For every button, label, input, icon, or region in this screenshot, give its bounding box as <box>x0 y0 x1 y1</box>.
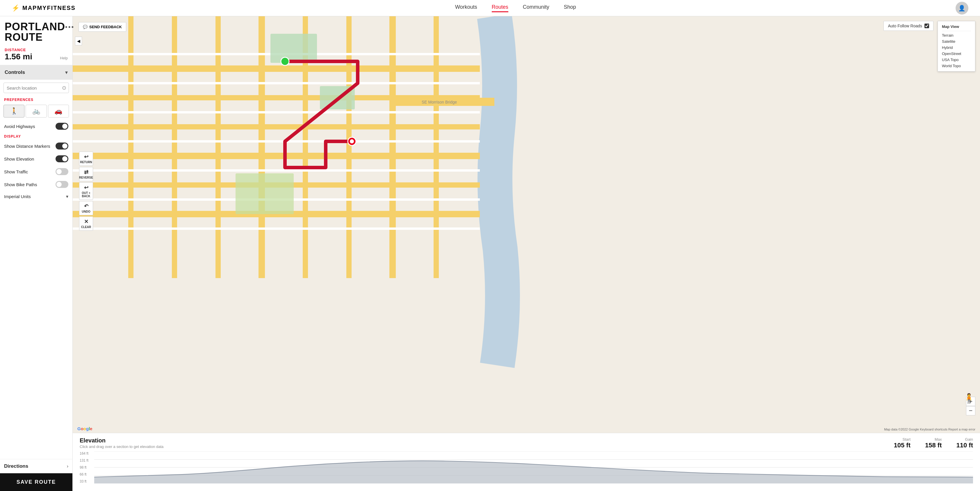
map-option-worldtopo[interactable]: World Topo <box>942 63 971 69</box>
elevation-stats: Start 105 ft Max 158 ft Gain 110 ft <box>894 437 973 449</box>
elevation-gain-value: 110 ft <box>956 442 973 449</box>
directions-row[interactable]: Directions › <box>0 459 72 473</box>
show-traffic-label: Show Traffic <box>4 169 28 174</box>
reverse-icon: ⇄ <box>84 169 88 175</box>
directions-label: Directions <box>4 463 28 469</box>
show-elevation-row: Show Elevation <box>0 152 72 165</box>
undo-label: UNDO <box>82 210 90 213</box>
map-background[interactable]: SE Morrison Bridge <box>73 16 980 433</box>
google-logo: Google <box>77 426 92 431</box>
bike-icon: 🚲 <box>32 107 40 115</box>
send-feedback-button[interactable]: 💬 SEND FEEDBACK <box>78 22 126 32</box>
nav-shop[interactable]: Shop <box>564 4 576 12</box>
out-back-label: OUT + BACK <box>81 191 92 198</box>
out-back-button[interactable]: ↩ OUT + BACK <box>79 182 93 200</box>
map-option-hybrid[interactable]: Hybrid <box>942 45 971 51</box>
clear-icon: ✕ <box>84 218 88 225</box>
map-container: SE Morrison Bridge 💬 SEND FEEDBACK ◀ ↩ R… <box>73 16 980 433</box>
svg-point-25 <box>281 57 289 65</box>
y-label-33: 33 ft <box>80 479 88 483</box>
elevation-chart[interactable]: 164 ft 131 ft 98 ft 66 ft 33 ft <box>80 451 973 483</box>
svg-text:SE Morrison Bridge: SE Morrison Bridge <box>422 100 457 104</box>
elevation-start-label: Start <box>894 437 910 442</box>
auto-follow-checkbox[interactable] <box>924 24 929 28</box>
show-elevation-toggle[interactable] <box>56 155 68 162</box>
help-link[interactable]: Help <box>60 56 68 60</box>
location-icon-button[interactable]: ⊙ <box>62 84 66 91</box>
logo-icon: ⚡ <box>12 4 19 12</box>
auto-follow-area: Auto Follow Roads <box>883 21 934 31</box>
zoom-out-button[interactable]: − <box>966 406 975 415</box>
nav-logo: ⚡ MAPMYFITNESS <box>12 4 76 12</box>
map-svg: SE Morrison Bridge <box>73 16 980 433</box>
map-collapse-button[interactable]: ◀ <box>75 37 82 45</box>
map-attribution-text: Map data ©2022 Google Keyboard shortcuts… <box>884 427 975 431</box>
reverse-button[interactable]: ⇄ REVERSE <box>79 167 93 181</box>
search-row: ⊙ <box>0 80 72 96</box>
show-distance-markers-toggle[interactable] <box>56 142 68 150</box>
return-button[interactable]: ↩ RETURN <box>79 151 93 166</box>
elevation-start-stat: Start 105 ft <box>894 437 910 449</box>
nav-routes[interactable]: Routes <box>492 4 508 12</box>
controls-section: Controls ▾ <box>0 65 72 80</box>
elevation-start-value: 105 ft <box>894 442 910 449</box>
distance-value: 1.56 mi <box>5 52 32 61</box>
controls-header[interactable]: Controls ▾ <box>0 65 72 80</box>
elevation-gain-label: Gain <box>956 437 973 442</box>
map-option-openstreet[interactable]: OpenStreet <box>942 51 971 57</box>
distance-label: DISTANCE <box>5 48 68 52</box>
elevation-y-axis: 164 ft 131 ft 98 ft 66 ft 33 ft <box>80 451 88 483</box>
imperial-units-row[interactable]: Imperial Units ▾ <box>0 191 72 202</box>
svg-point-27 <box>350 139 354 143</box>
map-option-mapview[interactable]: Map View <box>942 24 971 30</box>
clear-label: CLEAR <box>81 225 91 229</box>
nav-community[interactable]: Community <box>523 4 549 12</box>
elevation-max-label: Max <box>925 437 942 442</box>
elevation-info: Elevation Click and drag over a section … <box>80 437 164 449</box>
elevation-title: Elevation <box>80 437 164 444</box>
feedback-icon: 💬 <box>83 25 88 29</box>
route-title: PORTLAND ROUTE <box>5 22 65 43</box>
user-avatar[interactable]: 👤 <box>956 2 968 14</box>
avoid-highways-toggle[interactable] <box>56 123 68 130</box>
return-label: RETURN <box>80 161 92 164</box>
street-view-button[interactable]: 🧍 <box>963 393 975 404</box>
save-route-button[interactable]: SAVE ROUTE <box>0 473 72 491</box>
preferences-label: PREFERENCES <box>0 96 72 103</box>
show-distance-markers-slider <box>56 142 68 150</box>
map-option-usatopo[interactable]: USA Topo <box>942 57 971 63</box>
elevation-max-stat: Max 158 ft <box>925 437 942 449</box>
logo-text: MAPMYFITNESS <box>22 5 76 11</box>
display-label: DISPLAY <box>0 132 72 140</box>
show-bike-paths-toggle[interactable] <box>56 181 68 188</box>
search-input[interactable] <box>7 86 62 91</box>
avoid-highways-label: Avoid Highways <box>4 124 35 129</box>
imperial-units-chevron-icon: ▾ <box>66 194 68 199</box>
map-view-panel: Map View Terrain Satellite Hybrid OpenSt… <box>937 21 975 72</box>
undo-icon: ↶ <box>84 203 88 209</box>
sidebar: PORTLAND ROUTE ••• DISTANCE 1.56 mi Help… <box>0 16 73 491</box>
pref-bike-button[interactable]: 🚲 <box>25 105 46 118</box>
y-label-164: 164 ft <box>80 451 88 456</box>
elevation-svg <box>94 451 973 483</box>
show-traffic-toggle[interactable] <box>56 168 68 175</box>
walk-icon: 🚶 <box>10 107 18 115</box>
search-wrapper: ⊙ <box>3 83 69 93</box>
clear-button[interactable]: ✕ CLEAR <box>79 217 93 231</box>
pref-car-button[interactable]: 🚗 <box>48 105 69 118</box>
out-back-icon: ↩ <box>84 185 88 191</box>
map-option-satellite[interactable]: Satellite <box>942 38 971 45</box>
route-options-button[interactable]: ••• <box>65 23 75 31</box>
avoid-highways-row: Avoid Highways <box>0 120 72 132</box>
elevation-gain-stat: Gain 110 ft <box>956 437 973 449</box>
map-option-terrain[interactable]: Terrain <box>942 32 971 38</box>
imperial-units-label: Imperial Units <box>4 194 31 199</box>
svg-rect-24 <box>235 173 294 214</box>
pref-walk-button[interactable]: 🚶 <box>3 105 24 118</box>
nav-workouts[interactable]: Workouts <box>455 4 477 12</box>
undo-button[interactable]: ↶ UNDO <box>79 201 93 215</box>
google-attribution: Google <box>77 426 92 431</box>
auto-follow-label: Auto Follow Roads <box>888 24 922 28</box>
controls-title: Controls <box>5 70 25 75</box>
show-elevation-slider <box>56 155 68 162</box>
